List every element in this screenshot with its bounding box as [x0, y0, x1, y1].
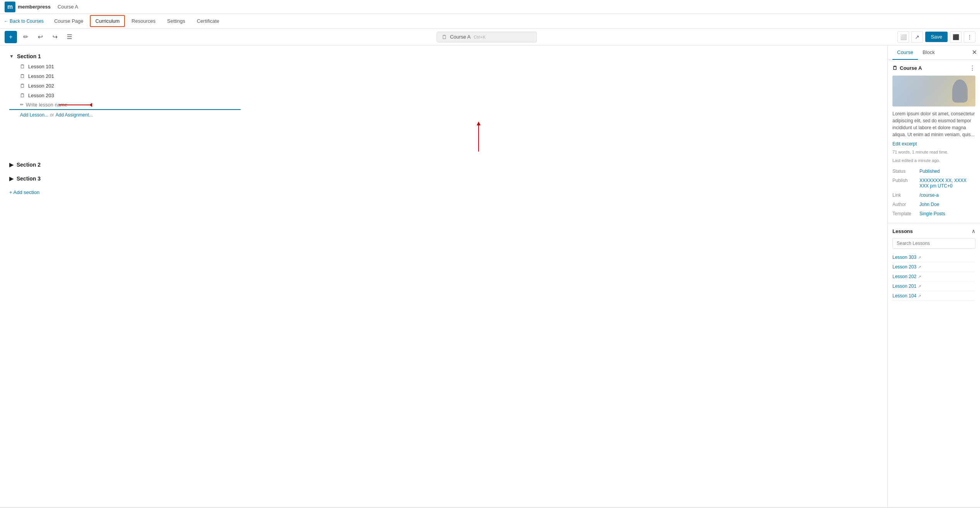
- lesson-doc-icon: 🗒: [20, 93, 25, 98]
- edit-button[interactable]: ✏: [19, 31, 32, 43]
- external-icon-5: ↗: [918, 294, 921, 298]
- meta-row-template: Template Single Posts: [892, 209, 975, 218]
- meta-row-link: Link /course-a: [892, 191, 975, 200]
- preview-button[interactable]: ⬜: [897, 31, 909, 43]
- right-panel: Course Block ✕ 🗒 Course A ⋮ Lorem ipsum …: [887, 46, 980, 507]
- panel-tab-course[interactable]: Course: [892, 46, 918, 60]
- add-assignment-link[interactable]: Add Assignment...: [56, 112, 93, 118]
- lesson-list-label-2: Lesson 203: [892, 264, 916, 270]
- external-icon-2: ↗: [918, 265, 921, 269]
- meta-table: Status Published Publish XXXXXXXX XX, XX…: [892, 167, 975, 218]
- edit-excerpt-link[interactable]: Edit excerpt: [892, 141, 975, 147]
- toggle-sidebar-button[interactable]: ⬛: [950, 31, 961, 43]
- section-1-label: Section 1: [17, 53, 41, 59]
- publish-link[interactable]: XXXXXXXX XX, XXXXXXX pm UTC+0: [919, 178, 967, 189]
- tab-certificate[interactable]: Certificate: [192, 15, 224, 27]
- course-link[interactable]: /course-a: [919, 192, 939, 198]
- last-edited: Last edited a minute ago.: [892, 158, 975, 163]
- tab-resources[interactable]: Resources: [127, 15, 160, 27]
- add-lesson-link[interactable]: Add Lesson...: [20, 112, 48, 118]
- toolbar-right: ⬜ ↗ Save ⬛ ⋮: [897, 31, 975, 43]
- section-1-container: ▼ Section 1 🗒 Lesson 101 🗒 Lesson 201 🗒 …: [9, 53, 878, 120]
- meta-row-status: Status Published: [892, 167, 975, 176]
- more-options-button[interactable]: ⋮: [964, 31, 975, 43]
- doc-title: Course A: [450, 34, 471, 40]
- list-item[interactable]: Lesson 202 ↗: [892, 272, 975, 282]
- lesson-item: 🗒 Lesson 203: [9, 91, 878, 100]
- add-links: Add Lesson... or Add Assignment...: [9, 110, 878, 120]
- vertical-arrow-annotation: [79, 125, 878, 155]
- section-2-header[interactable]: ▶ Section 2: [9, 159, 878, 171]
- external-link-button[interactable]: ↗: [911, 31, 923, 43]
- course-description: Lorem ipsum dolor sit amet, consectetur …: [892, 110, 975, 138]
- lesson-doc-icon: 🗒: [20, 83, 25, 89]
- tab-course-page[interactable]: Course Page: [49, 15, 88, 27]
- section-3-header[interactable]: ▶ Section 3: [9, 172, 878, 185]
- list-item[interactable]: Lesson 303 ↗: [892, 253, 975, 262]
- document-title-bar[interactable]: 🗒 Course A Ctrl+K: [437, 32, 537, 42]
- lessons-header: Lessons ∧: [892, 228, 975, 234]
- save-button[interactable]: Save: [925, 32, 948, 42]
- publish-value: XXXXXXXX XX, XXXXXXX pm UTC+0: [919, 176, 975, 191]
- panel-course-name: Course A: [900, 65, 922, 71]
- external-icon-4: ↗: [918, 284, 921, 289]
- redo-button[interactable]: ↪: [49, 31, 61, 43]
- lesson-doc-icon: 🗒: [20, 73, 25, 79]
- list-item[interactable]: Lesson 201 ↗: [892, 282, 975, 291]
- external-icon-1: ↗: [918, 255, 921, 260]
- new-lesson-row: ✏: [9, 100, 241, 110]
- template-value: Single Posts: [919, 209, 975, 218]
- undo-button[interactable]: ↩: [34, 31, 46, 43]
- external-icon-3: ↗: [918, 275, 921, 279]
- tab-curriculum[interactable]: Curriculum: [90, 15, 125, 27]
- template-link[interactable]: Single Posts: [919, 211, 945, 216]
- content-area: ▼ Section 1 🗒 Lesson 101 🗒 Lesson 201 🗒 …: [0, 46, 887, 507]
- panel-tab-block[interactable]: Block: [918, 46, 940, 60]
- list-view-button[interactable]: ☰: [63, 31, 76, 43]
- meta-row-publish: Publish XXXXXXXX XX, XXXXXXX pm UTC+0: [892, 176, 975, 191]
- list-item[interactable]: Lesson 203 ↗: [892, 262, 975, 272]
- top-header: m memberpress Course A: [0, 0, 980, 14]
- lessons-section: Lessons ∧ Lesson 303 ↗ Lesson 203 ↗ Less…: [888, 223, 980, 305]
- list-item[interactable]: Lesson 104 ↗: [892, 291, 975, 301]
- section-2-label: Section 2: [17, 162, 40, 168]
- panel-content: 🗒 Course A ⋮ Lorem ipsum dolor sit amet,…: [888, 60, 980, 223]
- pencil-icon: ✏: [20, 102, 24, 107]
- lesson-list-label-5: Lesson 104: [892, 293, 916, 299]
- brand-name: memberpress: [18, 4, 51, 10]
- lesson-item: 🗒 Lesson 202: [9, 81, 878, 91]
- add-button[interactable]: +: [5, 31, 17, 43]
- author-link[interactable]: John Doe: [919, 202, 939, 207]
- or-label: or: [50, 112, 54, 118]
- author-label: Author: [892, 200, 919, 209]
- lesson-list-label-1: Lesson 303: [892, 255, 916, 260]
- add-section-button[interactable]: + Add section: [9, 186, 878, 198]
- lesson-name-input[interactable]: [26, 102, 241, 108]
- link-label: Link: [892, 191, 919, 200]
- panel-more-button[interactable]: ⋮: [969, 64, 975, 72]
- search-lessons-input[interactable]: [892, 238, 975, 249]
- course-name-header: Course A: [57, 4, 78, 10]
- lesson-201-label: Lesson 201: [28, 73, 54, 79]
- section-2-toggle-icon: ▶: [9, 162, 13, 168]
- lesson-list-label-3: Lesson 202: [892, 274, 916, 279]
- keyboard-shortcut: Ctrl+K: [474, 35, 486, 39]
- lesson-list-label-4: Lesson 201: [892, 284, 916, 289]
- tab-settings[interactable]: Settings: [162, 15, 190, 27]
- panel-course-title: 🗒 Course A: [892, 65, 922, 71]
- section-1-toggle-icon: ▼: [9, 54, 14, 59]
- lesson-203-label: Lesson 203: [28, 93, 54, 98]
- course-thumbnail: [892, 76, 975, 106]
- status-label: Status: [892, 167, 919, 176]
- lessons-title: Lessons: [892, 228, 913, 234]
- link-value: /course-a: [919, 191, 975, 200]
- logo-area: m memberpress: [5, 2, 51, 12]
- lesson-item: 🗒 Lesson 201: [9, 71, 878, 81]
- word-count: 71 words, 1 minute read time.: [892, 150, 975, 154]
- lesson-101-label: Lesson 101: [28, 64, 54, 69]
- panel-close-button[interactable]: ✕: [972, 49, 977, 56]
- lessons-collapse-button[interactable]: ∧: [972, 228, 975, 234]
- back-to-courses-link[interactable]: ← Back to Courses: [4, 19, 44, 24]
- section-3-label: Section 3: [17, 176, 40, 182]
- section-1-header[interactable]: ▼ Section 1: [9, 53, 878, 59]
